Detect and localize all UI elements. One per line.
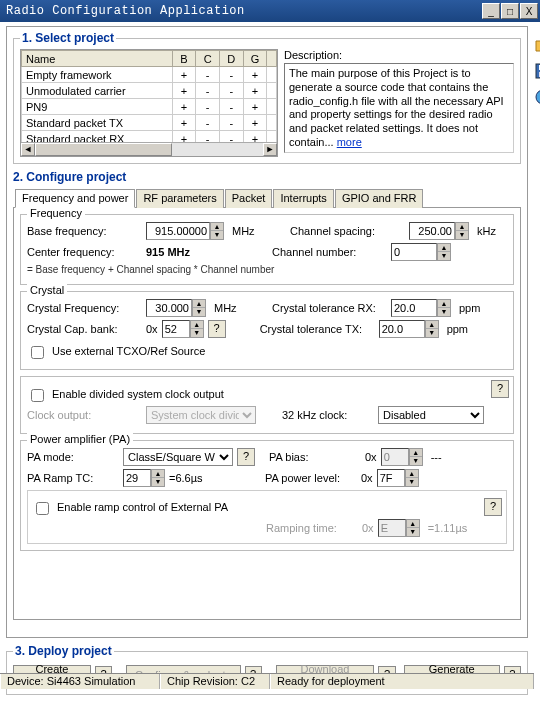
divided-clock-checkbox[interactable] <box>31 389 44 402</box>
center-freq-formula: = Base frequency + Channel spacing * Cha… <box>27 264 274 275</box>
tab-gpio-frr[interactable]: GPIO and FRR <box>335 189 424 208</box>
channel-number-label: Channel number: <box>272 246 387 258</box>
select-project-section: 1. Select project Name B C D G <box>13 31 521 164</box>
main-panel: 1. Select project Name B C D G <box>0 22 534 689</box>
crystal-cap-label: Crystal Cap. bank: <box>27 323 142 335</box>
channel-spacing-label: Channel spacing: <box>290 225 405 237</box>
pa-ramp-spinner[interactable]: ▲▼ <box>151 469 165 487</box>
col-b[interactable]: B <box>172 51 196 67</box>
status-chip: Chip Revision: C2 <box>160 674 270 689</box>
col-d[interactable]: D <box>219 51 243 67</box>
base-freq-spinner[interactable]: ▲▼ <box>210 222 224 240</box>
status-bar: Device: Si4463 Simulation Chip Revision:… <box>0 673 534 689</box>
crystal-freq-spinner[interactable]: ▲▼ <box>192 299 206 317</box>
pa-bias-label: PA bias: <box>269 451 361 463</box>
external-pa-checkbox[interactable] <box>36 502 49 515</box>
minimize-button[interactable]: _ <box>482 3 500 19</box>
pa-mode-help[interactable]: ? <box>237 448 255 466</box>
status-device: Device: Si4463 Simulation <box>0 674 160 689</box>
close-button[interactable]: X <box>520 3 538 19</box>
table-row[interactable]: Unmodulated carrier+--+ <box>22 83 277 99</box>
base-freq-label: Base frequency: <box>27 225 142 237</box>
col-name[interactable]: Name <box>22 51 173 67</box>
crystal-tol-tx-spinner[interactable]: ▲▼ <box>425 320 439 338</box>
clock-output-label: Clock output: <box>27 409 142 421</box>
project-table[interactable]: Name B C D G Empty framework+--+ Unmodul… <box>20 49 278 157</box>
tab-bar: Frequency and power RF parameters Packet… <box>13 188 521 208</box>
save-icon[interactable] <box>534 62 540 80</box>
crystal-tol-tx-label: Crystal tolerance TX: <box>260 323 375 335</box>
pa-power-label: PA power level: <box>265 472 357 484</box>
pa-mode-label: PA mode: <box>27 451 119 463</box>
tab-interrupts[interactable]: Interrupts <box>273 189 333 208</box>
tab-frequency-power[interactable]: Frequency and power <box>15 189 135 208</box>
crystal-freq-input[interactable] <box>146 299 192 317</box>
pa-power-input[interactable] <box>377 469 405 487</box>
crystal-cap-input[interactable] <box>162 320 190 338</box>
base-freq-input[interactable] <box>146 222 210 240</box>
clock-group: ? Enable divided system clock output Clo… <box>20 376 514 434</box>
more-link[interactable]: more <box>337 136 362 148</box>
center-freq-value: 915 MHz <box>146 246 244 258</box>
channel-spacing-spinner[interactable]: ▲▼ <box>455 222 469 240</box>
help-icon[interactable]: ? <box>534 88 540 106</box>
ramping-time-label: Ramping time: <box>266 522 358 534</box>
description-text: The main purpose of this Project is to g… <box>284 63 514 153</box>
crystal-tol-rx-spinner[interactable]: ▲▼ <box>437 299 451 317</box>
pa-ramp-label: PA Ramp TC: <box>27 472 119 484</box>
section1-title: 1. Select project <box>20 31 116 45</box>
table-row[interactable]: Empty framework+--+ <box>22 67 277 83</box>
channel-number-spinner[interactable]: ▲▼ <box>437 243 451 261</box>
tab-rf-parameters[interactable]: RF parameters <box>136 189 223 208</box>
pa-power-spinner[interactable]: ▲▼ <box>405 469 419 487</box>
app-title: Radio Configuration Application <box>6 4 482 18</box>
section3-title: 3. Deploy project <box>13 644 114 658</box>
crystal-cap-spinner[interactable]: ▲▼ <box>190 320 204 338</box>
pa-bias-input <box>381 448 409 466</box>
crystal-tol-rx-label: Crystal tolerance RX: <box>272 302 387 314</box>
tab-packet[interactable]: Packet <box>225 189 273 208</box>
table-row[interactable]: Standard packet TX+--+ <box>22 115 277 131</box>
khz32-select[interactable]: Disabled <box>378 406 484 424</box>
frequency-group: Frequency Base frequency: ▲▼ MHz Channel… <box>20 214 514 285</box>
section2-title: 2. Configure project <box>13 170 126 184</box>
pa-mode-select[interactable]: ClassE/Square W <box>123 448 233 466</box>
pa-bias-spinner: ▲▼ <box>409 448 423 466</box>
table-row[interactable]: PN9+--+ <box>22 99 277 115</box>
col-g[interactable]: G <box>243 51 267 67</box>
crystal-tol-tx-input[interactable] <box>379 320 425 338</box>
khz32-label: 32 kHz clock: <box>282 409 374 421</box>
crystal-cap-help[interactable]: ? <box>208 320 226 338</box>
ramping-time-input <box>378 519 406 537</box>
status-ready: Ready for deployment <box>270 674 534 689</box>
clock-help[interactable]: ? <box>491 380 509 398</box>
description-label: Description: <box>284 49 514 61</box>
horizontal-scrollbar[interactable]: ◄► <box>21 142 277 156</box>
right-toolbar: ? <box>534 22 540 689</box>
divided-clock-label: Enable divided system clock output <box>52 388 224 400</box>
tcxo-checkbox[interactable] <box>31 346 44 359</box>
ramping-time-spinner: ▲▼ <box>406 519 420 537</box>
crystal-tol-rx-input[interactable] <box>391 299 437 317</box>
open-icon[interactable] <box>534 36 540 54</box>
external-pa-label: Enable ramp control of External PA <box>57 501 228 513</box>
crystal-freq-label: Crystal Frequency: <box>27 302 142 314</box>
crystal-group: Crystal Crystal Frequency: ▲▼ MHz Crysta… <box>20 291 514 370</box>
col-c[interactable]: C <box>196 51 220 67</box>
title-bar: Radio Configuration Application _ □ X <box>0 0 540 22</box>
channel-number-input[interactable] <box>391 243 437 261</box>
center-freq-label: Center frequency: <box>27 246 142 258</box>
maximize-button[interactable]: □ <box>501 3 519 19</box>
tcxo-label: Use external TCXO/Ref Source <box>52 345 205 357</box>
tab-content: Frequency Base frequency: ▲▼ MHz Channel… <box>13 208 521 620</box>
pa-group: Power amplifier (PA) PA mode: ClassE/Squ… <box>20 440 514 551</box>
clock-output-select: System clock divid <box>146 406 256 424</box>
pa-ramp-input[interactable] <box>123 469 151 487</box>
channel-spacing-input[interactable] <box>409 222 455 240</box>
external-pa-help[interactable]: ? <box>484 498 502 516</box>
